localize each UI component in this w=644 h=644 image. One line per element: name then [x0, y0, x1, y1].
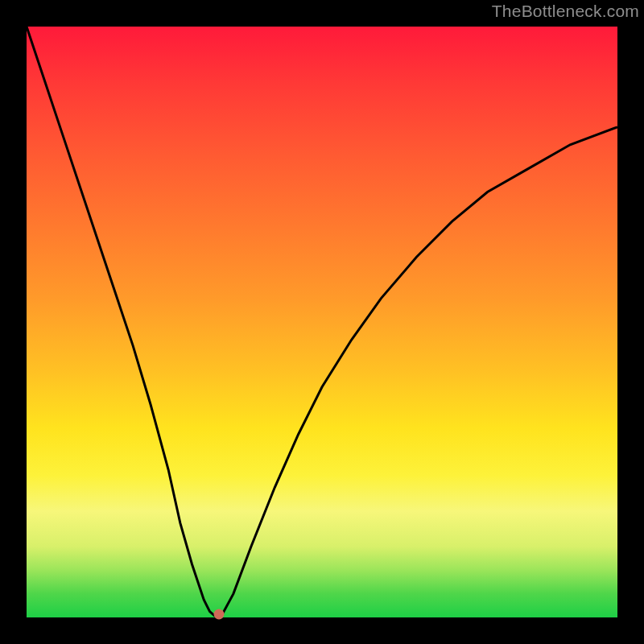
plot-area — [27, 27, 617, 617]
bottleneck-curve — [27, 27, 617, 617]
optimal-point-marker — [214, 609, 225, 619]
chart-frame: TheBottleneck.com — [0, 0, 644, 644]
watermark-text: TheBottleneck.com — [492, 2, 639, 21]
curve-path — [27, 27, 617, 616]
